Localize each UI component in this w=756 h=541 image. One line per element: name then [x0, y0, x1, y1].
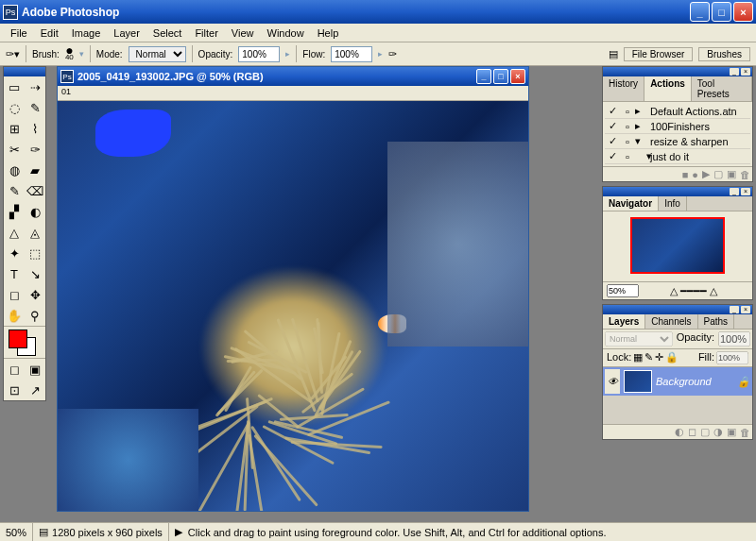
quickmask-mode-3[interactable]: ↗	[25, 380, 45, 400]
path-selection-tool[interactable]: ◬	[25, 222, 45, 243]
action-dialog-toggle[interactable]: ▫	[620, 151, 635, 162]
opacity-input[interactable]	[238, 46, 280, 62]
menu-window[interactable]: Window	[261, 25, 311, 41]
blur-tool[interactable]: ◐	[25, 201, 45, 222]
clone-stamp-tool[interactable]: ◍	[4, 160, 25, 180]
navigator-thumbnail[interactable]	[630, 217, 725, 274]
airbrush-icon[interactable]: ✑	[388, 48, 397, 60]
eraser-tool[interactable]: ⌫	[25, 180, 45, 201]
mode-select[interactable]: Normal	[129, 46, 186, 62]
adjustment-layer-icon[interactable]: ◑	[713, 426, 723, 438]
brush-preset-dropdown[interactable]: ●40	[65, 46, 74, 61]
quickmask-mode-1[interactable]: ▣	[25, 359, 45, 380]
maximize-button[interactable]: □	[712, 2, 731, 22]
expand-icon[interactable]: ▸	[635, 120, 648, 132]
menu-image[interactable]: Image	[65, 25, 108, 41]
history-brush-tool[interactable]: ▰	[25, 160, 45, 180]
lock-position-icon[interactable]: ✛	[655, 351, 663, 364]
action-dialog-toggle[interactable]: ▫	[620, 106, 635, 117]
rect-marquee-tool[interactable]: ▭	[4, 76, 25, 97]
action-row[interactable]: ✓▫▾just do it	[605, 149, 750, 164]
palette-minimize-button[interactable]: _	[730, 188, 739, 195]
crop-tool[interactable]: ⊞	[4, 118, 25, 139]
action-checkbox[interactable]: ✓	[605, 135, 620, 147]
rectangle-tool[interactable]: ◻	[4, 284, 25, 305]
zoom-slider[interactable]: ━━━━	[680, 285, 707, 296]
info-tab[interactable]: Info	[659, 196, 687, 211]
zoom-tool[interactable]: ⚲	[25, 305, 45, 326]
channels-tab[interactable]: Channels	[645, 314, 697, 329]
document-titlebar[interactable]: Ps 2005_0419_193002.JPG @ 50% (RGB) _ □ …	[58, 67, 528, 86]
action-row[interactable]: ✓▫▾resize & sharpen	[605, 134, 750, 149]
paths-tab[interactable]: Paths	[698, 314, 735, 329]
layers-tab[interactable]: Layers	[603, 314, 645, 329]
move-tool[interactable]: ⇢	[25, 76, 45, 97]
menu-file[interactable]: File	[4, 25, 34, 41]
gradient-tool[interactable]: ▞	[4, 201, 25, 222]
new-action-icon[interactable]: ▣	[727, 168, 736, 180]
actions-tab[interactable]: Actions	[644, 76, 692, 101]
action-dialog-toggle[interactable]: ▫	[620, 121, 635, 132]
doc-close-button[interactable]: ×	[510, 69, 525, 84]
palette-well-icon[interactable]: ▤	[609, 48, 618, 60]
foreground-color-swatch[interactable]	[9, 330, 27, 348]
zoom-out-icon[interactable]: △	[670, 285, 678, 296]
palette-close-button[interactable]: ×	[741, 306, 750, 313]
expand-icon[interactable]: ▾	[635, 150, 648, 162]
layer-thumbnail[interactable]	[624, 370, 652, 393]
file-browser-tab[interactable]: File Browser	[624, 47, 694, 61]
trash-icon[interactable]: 🗑	[740, 427, 750, 438]
lock-transparent-icon[interactable]: ▦	[633, 351, 643, 364]
magic-wand-tool[interactable]: ✎	[25, 97, 45, 118]
minimize-button[interactable]: _	[690, 2, 710, 22]
zoom-in-icon[interactable]: △	[710, 285, 717, 296]
pen-tool[interactable]: ✦	[4, 243, 25, 263]
tool-presets-tab[interactable]: Tool Presets	[692, 76, 752, 101]
doc-minimize-button[interactable]: _	[476, 69, 491, 84]
quickmask-mode-2[interactable]: ⊡	[4, 380, 25, 400]
layer-row[interactable]: 👁 Background 🔒	[603, 367, 752, 396]
record-icon[interactable]: ●	[692, 169, 698, 180]
menu-layer[interactable]: Layer	[107, 25, 146, 41]
palette-close-button[interactable]: ×	[741, 188, 750, 195]
lock-all-icon[interactable]: 🔒	[665, 351, 679, 364]
play-icon[interactable]: ▶	[702, 168, 710, 180]
new-set-icon[interactable]: ▢	[713, 168, 723, 180]
menu-select[interactable]: Select	[146, 25, 189, 41]
history-tab[interactable]: History	[603, 76, 644, 101]
brushes-tab[interactable]: Brushes	[698, 47, 750, 61]
line-tool[interactable]: ↘	[25, 263, 45, 284]
fill-input[interactable]	[716, 351, 748, 364]
dodge-tool[interactable]: △	[4, 222, 25, 243]
status-dimensions[interactable]: ▤1280 pixels x 960 pixels	[33, 523, 169, 541]
layer-style-icon[interactable]: ◐	[675, 426, 684, 438]
brush-preview-icon[interactable]: ✑▾	[6, 48, 20, 60]
layer-mask-icon[interactable]: ◻	[688, 426, 696, 438]
action-dialog-toggle[interactable]: ▫	[620, 136, 635, 147]
menu-view[interactable]: View	[225, 25, 261, 41]
pencil-tool[interactable]: ✎	[4, 180, 25, 201]
palette-minimize-button[interactable]: _	[730, 306, 739, 313]
doc-maximize-button[interactable]: □	[493, 69, 508, 84]
menu-filter[interactable]: Filter	[188, 25, 224, 41]
toolbox-gripper[interactable]	[4, 67, 45, 76]
action-row[interactable]: ✓▫▸100Finishers	[605, 119, 750, 134]
new-layer-icon[interactable]: ▣	[727, 426, 736, 438]
menu-edit[interactable]: Edit	[34, 25, 65, 41]
navigator-tab[interactable]: Navigator	[603, 196, 659, 211]
blend-mode-select[interactable]: Normal	[605, 331, 673, 347]
document-canvas[interactable]	[58, 101, 528, 511]
action-checkbox[interactable]: ✓	[605, 105, 620, 117]
expand-icon[interactable]: ▾	[635, 135, 648, 147]
hand-tool[interactable]: ✋	[4, 305, 25, 326]
palette-close-button[interactable]: ×	[741, 68, 750, 76]
expand-icon[interactable]: ▸	[635, 105, 648, 117]
slice-tool[interactable]: ⌇	[25, 118, 45, 139]
layer-opacity-input[interactable]	[718, 331, 750, 347]
status-zoom[interactable]: 50%	[0, 523, 33, 541]
stop-icon[interactable]: ■	[682, 169, 689, 180]
quickmask-mode-0[interactable]: ◻	[4, 359, 25, 380]
visibility-toggle-icon[interactable]: 👁	[605, 369, 620, 394]
lasso-tool[interactable]: ◌	[4, 97, 25, 118]
close-button[interactable]: ×	[733, 2, 753, 22]
